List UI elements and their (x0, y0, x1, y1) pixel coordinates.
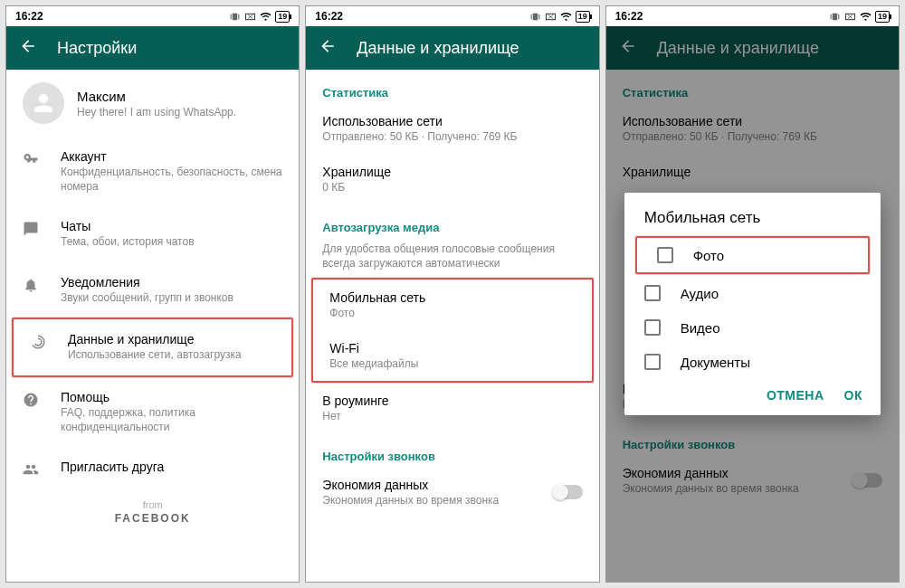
app-bar: Данные и хранилище (306, 26, 598, 70)
section-autoload-desc: Для удобства общения голосовые сообщения… (306, 238, 598, 278)
item-subtitle: FAQ, поддержка, политика конфиденциально… (61, 406, 282, 434)
phone-screen-2: 16:22 19 Данные и хранилище Статистика И… (305, 5, 599, 583)
battery-box-icon (244, 11, 256, 23)
item-title: Пригласить друга (61, 460, 164, 474)
item-title: Уведомления (61, 275, 233, 289)
mobile-network-dialog: Мобильная сеть Фото Аудио Видео Документ… (624, 193, 881, 415)
page-title: Настройки (57, 39, 137, 58)
battery-box-icon (844, 11, 856, 23)
section-autoload-label: Автозагрузка медиа (306, 204, 598, 238)
footer: from FACEBOOK (6, 490, 299, 537)
dialog-title: Мобильная сеть (624, 209, 881, 234)
item-title: Помощь (61, 390, 282, 404)
footer-brand: FACEBOOK (6, 512, 299, 525)
status-icons: 19 (829, 11, 890, 23)
cancel-button[interactable]: ОТМЕНА (767, 388, 824, 403)
item-subtitle: Использование сети, автозагрузка (68, 348, 242, 363)
checkbox-icon[interactable] (644, 285, 661, 301)
status-time: 16:22 (615, 10, 829, 23)
back-button[interactable] (319, 37, 337, 59)
vibrate-icon (229, 11, 241, 23)
app-bar: Настройки (6, 26, 299, 70)
storage-item[interactable]: Хранилище 0 КБ (306, 154, 598, 204)
status-bar: 16:22 19 (606, 6, 899, 26)
item-subtitle: Конфиденциальность, безопасность, смена … (61, 166, 282, 194)
key-icon (23, 151, 39, 167)
dialog-option-documents[interactable]: Документы (624, 345, 881, 379)
roaming-item[interactable]: В роуминге Нет (306, 383, 598, 433)
data-storage-list: Статистика Использование сети Отправлено… (306, 70, 598, 582)
avatar (23, 82, 64, 124)
item-title: Данные и хранилище (68, 332, 242, 346)
settings-item-notifications[interactable]: Уведомления Звуки сообщений, групп и зво… (6, 262, 299, 318)
status-bar: 16:22 19 (6, 6, 299, 26)
help-icon (23, 392, 39, 408)
dialog-option-video[interactable]: Видео (624, 310, 881, 345)
checkbox-icon[interactable] (644, 354, 661, 370)
status-time: 16:22 (315, 10, 529, 23)
network-usage-item[interactable]: Использование сети Отправлено: 50 КБ · П… (306, 103, 598, 154)
footer-from: from (6, 499, 299, 510)
mobile-network-item[interactable]: Мобильная сеть Фото (313, 280, 591, 330)
people-icon (23, 461, 39, 478)
checkbox-icon[interactable] (657, 247, 673, 263)
item-title: Аккаунт (61, 149, 282, 164)
data-usage-icon (30, 334, 46, 350)
settings-item-chats[interactable]: Чаты Тема, обои, история чатов (6, 206, 299, 262)
item-subtitle: Звуки сообщений, групп и звонков (61, 291, 233, 306)
phone-screen-1: 16:22 19 Настройки Максим Hey there! I a… (5, 5, 300, 583)
bell-icon (23, 277, 39, 293)
wifi-icon (560, 11, 572, 23)
wifi-icon (860, 11, 872, 23)
dialog-option-audio[interactable]: Аудио (624, 276, 881, 310)
profile-name: Максим (77, 89, 236, 104)
settings-item-data-storage[interactable]: Данные и хранилище Использование сети, а… (12, 318, 293, 377)
status-icons: 19 (229, 11, 290, 23)
page-title: Данные и хранилище (357, 39, 519, 58)
profile-status: Hey there! I am using WhatsApp. (77, 106, 236, 119)
ok-button[interactable]: ОК (844, 388, 862, 403)
battery-box-icon (545, 11, 557, 23)
vibrate-icon (829, 11, 841, 23)
wifi-icon (260, 11, 272, 23)
status-icons: 19 (529, 11, 590, 23)
phone-screen-3: 16:22 19 Данные и хранилище Статистика И… (605, 5, 900, 583)
section-stats-label: Статистика (306, 70, 598, 103)
data-saver-item[interactable]: Экономия данных Экономия данных во время… (306, 467, 598, 517)
dialog-option-photo[interactable]: Фото (635, 236, 870, 274)
status-bar: 16:22 19 (306, 6, 598, 26)
settings-item-invite[interactable]: Пригласить друга (6, 447, 299, 490)
checkbox-icon[interactable] (644, 319, 661, 336)
vibrate-icon (529, 11, 541, 23)
item-subtitle: Тема, обои, история чатов (61, 235, 195, 250)
section-calls-label: Настройки звонков (306, 433, 598, 467)
wifi-item[interactable]: Wi-Fi Все медиафайлы (313, 330, 591, 381)
data-saver-toggle[interactable] (554, 485, 583, 499)
back-button[interactable] (19, 37, 37, 59)
battery-icon: 19 (875, 11, 890, 23)
settings-list: Максим Hey there! I am using WhatsApp. А… (6, 70, 299, 582)
status-time: 16:22 (15, 10, 229, 23)
settings-item-account[interactable]: Аккаунт Конфиденциальность, безопасность… (6, 137, 299, 206)
chat-icon (23, 221, 39, 237)
settings-item-help[interactable]: Помощь FAQ, поддержка, политика конфиден… (6, 377, 299, 447)
battery-icon: 19 (576, 11, 590, 23)
item-title: Чаты (61, 219, 195, 233)
battery-icon: 19 (275, 11, 290, 23)
profile-row[interactable]: Максим Hey there! I am using WhatsApp. (6, 70, 299, 137)
